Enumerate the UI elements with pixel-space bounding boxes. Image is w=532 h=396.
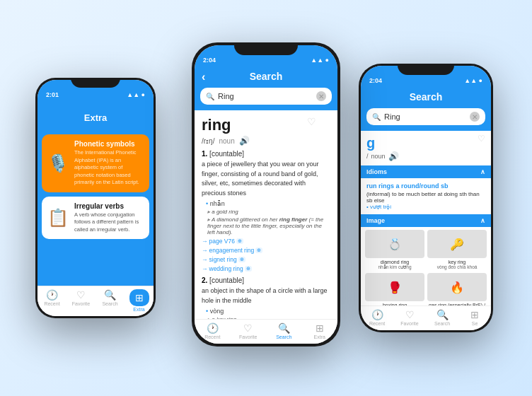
clock-icon: 🕐 xyxy=(46,289,58,301)
image-item-key: 🔑 key ring vòng đeo chìa khoá xyxy=(427,230,487,270)
definition-1: 1. [countable] a piece of jewellery that… xyxy=(202,150,330,272)
search-header-center: ‹ Search xyxy=(195,66,337,88)
irregular-card[interactable]: 📋 Irregular verbs A verb whose conjugati… xyxy=(42,197,149,240)
nav-recent-right[interactable]: 🕐 Recent xyxy=(361,309,393,326)
search-clear-center[interactable]: ✕ xyxy=(316,91,326,101)
bottom-nav-right: 🕐 Recent ♡ Favorite 🔍 Search ⊞ Se xyxy=(361,305,491,330)
extra-header: Extra xyxy=(37,101,154,130)
image-item-ring: 💍 diamond ring nhẫn kim cương xyxy=(365,230,424,270)
nav-recent-center[interactable]: 🕐 Recent xyxy=(195,322,231,339)
irregular-title: Irregular verbs xyxy=(74,202,144,210)
screen-center: 2:04 ▲▲ ● ‹ Search 🔍 Ring ✕ ♡ ring /rɪŋ/… xyxy=(195,45,337,344)
notch-right xyxy=(398,64,454,75)
nav-recent-left[interactable]: 🕐 Recent xyxy=(37,289,66,312)
definition-2: 2. [countable] an object in the shape of… xyxy=(202,276,330,319)
word-phonetic-center: /rɪŋ/ noun 🔊 xyxy=(202,136,330,146)
phone-right: 2:04 ▲▲ ● Search 🔍 Ring ✕ ♡ g / noun 🔊 xyxy=(359,64,493,332)
search-icon-right: 🔍 xyxy=(372,113,381,121)
ring-image: 💍 xyxy=(365,230,424,258)
nav-search-right[interactable]: 🔍 Search xyxy=(426,309,458,326)
nav-search-label-c: Search xyxy=(276,334,291,339)
nav-extra-center[interactable]: ⊞ Extra xyxy=(302,322,338,339)
grid-icon: ⊞ xyxy=(135,292,144,303)
idioms-section-header[interactable]: Idioms ∧ xyxy=(361,165,491,178)
def-text-2: an object in the shape of a circle with … xyxy=(202,286,330,305)
def-text-1: a piece of jewellery that you wear on yo… xyxy=(202,160,330,198)
phonetic-desc: The International Phonetic Alphabet (IPA… xyxy=(74,149,144,187)
def-link-page[interactable]: page V76 ⊕ xyxy=(202,238,330,245)
clock-icon-r: 🕐 xyxy=(371,309,383,320)
right-dict-content: ♡ g / noun 🔊 Idioms ∧ run rings a round/… xyxy=(361,131,491,305)
time-left: 2:01 xyxy=(46,91,59,98)
search-value-center[interactable]: Ring xyxy=(218,92,313,100)
search-icon-r: 🔍 xyxy=(436,309,449,320)
sound-icon-center[interactable]: 🔊 xyxy=(239,136,250,146)
notch-center xyxy=(234,42,298,55)
dict-content-center: ♡ ring /rɪŋ/ noun 🔊 1. [countable] a pie… xyxy=(195,110,337,319)
search-header-right: Search xyxy=(361,87,491,108)
search-value-right[interactable]: Ring xyxy=(384,112,466,121)
nav-favorite-right[interactable]: ♡ Favorite xyxy=(393,309,426,326)
nav-extra-left[interactable]: ⊞ Extra xyxy=(125,289,154,312)
nav-recent-label-c: Recent xyxy=(204,334,220,339)
bottom-nav-left: 🕐 Recent ♡ Favorite 🔍 Search ⊞ Extra xyxy=(37,286,154,316)
sound-icon-right[interactable]: 🔊 xyxy=(388,151,399,161)
phonetic-card[interactable]: 🎙️ Phonetic symbols The International Ph… xyxy=(42,134,149,192)
heart-icon-right[interactable]: ♡ xyxy=(478,134,485,144)
def-bullet-1: nhẫn xyxy=(202,200,330,207)
mic-icon: 🎙️ xyxy=(47,153,69,173)
nav-recent-label-r: Recent xyxy=(369,321,385,326)
extra-content: 🎙️ Phonetic symbols The International Ph… xyxy=(37,130,154,286)
nav-search-left[interactable]: 🔍 Search xyxy=(96,289,125,312)
right-word-title: g xyxy=(366,135,485,151)
search-input-wrap-right[interactable]: 🔍 Ring ✕ xyxy=(366,108,485,125)
def-example-1a: a gold ring xyxy=(202,209,330,215)
nav-favorite-left[interactable]: ♡ Favorite xyxy=(66,289,96,312)
screen-right: 2:04 ▲▲ ● Search 🔍 Ring ✕ ♡ g / noun 🔊 xyxy=(361,66,491,330)
def-link-signet[interactable]: signet ring ⊕ xyxy=(202,256,330,263)
heart-icon-center[interactable]: ♡ xyxy=(307,116,316,127)
nav-favorite-label-c: Favorite xyxy=(239,334,257,339)
idiom-title: run rings a round/round sb xyxy=(366,182,485,190)
image-section-header[interactable]: Image ∧ xyxy=(361,214,491,227)
time-right: 2:04 xyxy=(369,77,382,84)
nav-se-right[interactable]: ⊞ Se xyxy=(458,309,491,326)
search-input-wrap-center[interactable]: 🔍 Ring ✕ xyxy=(200,88,332,105)
nav-favorite-label: Favorite xyxy=(72,301,90,306)
status-icons-left: ▲▲ ● xyxy=(127,91,145,98)
phone-center: 2:04 ▲▲ ● ‹ Search 🔍 Ring ✕ ♡ ring /rɪŋ/… xyxy=(192,42,340,346)
search-icon-c: 🔍 xyxy=(278,322,290,334)
nav-se-label-r: Se xyxy=(472,321,478,326)
idiom-def: (informal) to be much better at doing st… xyxy=(366,191,485,204)
nav-search-center[interactable]: 🔍 Search xyxy=(266,322,302,339)
def-num-1: 1. [countable] xyxy=(202,150,330,158)
status-icons-right: ▲▲ ● xyxy=(464,77,482,84)
nav-recent-label: Recent xyxy=(44,301,59,306)
search-bar-center: 🔍 Ring ✕ xyxy=(195,88,337,110)
idioms-section-content: run rings a round/round sb (informal) to… xyxy=(361,178,491,214)
notes-icon: 📋 xyxy=(47,208,69,228)
gas-image: 🔥 xyxy=(427,273,487,301)
image-item-boxing: 🥊 boxing ring võ đài quyền Anh xyxy=(365,273,424,305)
phonetic-title: Phonetic symbols xyxy=(74,140,144,148)
bottom-nav-center: 🕐 Recent ♡ Favorite 🔍 Search ⊞ Extra xyxy=(195,319,337,344)
nav-favorite-label-r: Favorite xyxy=(400,321,418,326)
nav-favorite-center[interactable]: ♡ Favorite xyxy=(231,322,267,339)
heart-icon-r: ♡ xyxy=(405,309,415,320)
idiom-trans: • vượt trội xyxy=(366,204,485,210)
right-word-phonetic: / noun 🔊 xyxy=(366,151,485,161)
search-clear-right[interactable]: ✕ xyxy=(470,112,480,122)
back-arrow-center[interactable]: ‹ xyxy=(202,71,205,83)
def-link-engagement[interactable]: engagement ring ⊕ xyxy=(202,247,330,254)
search-bar-right: 🔍 Ring ✕ xyxy=(361,108,491,131)
nav-extra-label: Extra xyxy=(133,307,144,312)
image-grid: 💍 diamond ring nhẫn kim cương 🔑 key ring… xyxy=(361,227,491,305)
grid-icon-r: ⊞ xyxy=(470,309,479,320)
image-item-gas: 🔥 gas ring (especially BrE) / burner bếp… xyxy=(427,273,487,305)
def-link-wedding[interactable]: wedding ring ⊕ xyxy=(202,265,330,272)
def-example-2a: a key ring xyxy=(202,316,330,319)
right-word-area: ♡ g / noun 🔊 xyxy=(361,131,491,165)
def-bullet-2: vòng xyxy=(202,308,330,315)
nav-search-label-r: Search xyxy=(434,321,450,326)
status-icons-center: ▲▲ ● xyxy=(311,57,329,64)
